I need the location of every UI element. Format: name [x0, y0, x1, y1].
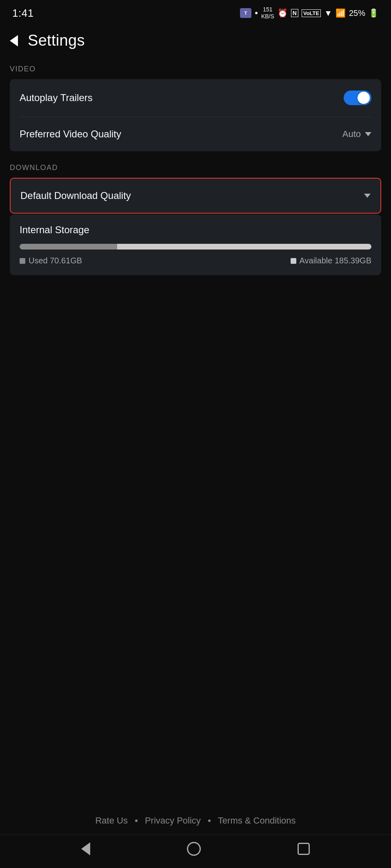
nfc-icon: N: [291, 9, 298, 17]
used-label: Used 70.61GB: [29, 256, 82, 265]
nav-back-icon: [81, 842, 90, 855]
battery-icon: 🔋: [369, 8, 379, 18]
preferred-video-quality-text: Auto: [342, 129, 361, 139]
toggle-knob: [358, 92, 370, 104]
footer-dot-2: [208, 819, 211, 822]
chevron-down-icon: [365, 132, 371, 136]
speed-indicator: 151KB/S: [261, 6, 274, 20]
toolbar: Settings: [0, 24, 391, 57]
nav-recents-button[interactable]: [298, 843, 310, 855]
used-legend: Used 70.61GB: [20, 256, 82, 265]
dot-indicator: •: [255, 8, 258, 18]
storage-label: Internal Storage: [20, 224, 371, 236]
download-quality-chevron-icon: [364, 194, 371, 198]
footer-dot-1: [135, 819, 138, 822]
alarm-icon: ⏰: [278, 8, 288, 18]
video-section-label: VIDEO: [10, 65, 381, 73]
storage-legend: Used 70.61GB Available 185.39GB: [20, 256, 371, 265]
storage-bar-available: [117, 244, 371, 250]
available-legend: Available 185.39GB: [291, 256, 371, 265]
terms-conditions-link[interactable]: Terms & Conditions: [218, 815, 296, 826]
preferred-video-quality-label: Preferred Video Quality: [20, 128, 121, 140]
status-icons: T • 151KB/S ⏰ N VoLTE ▼ 📶 25% 🔋: [240, 6, 379, 20]
back-button[interactable]: [10, 35, 18, 46]
available-legend-dot: [291, 258, 296, 264]
autoplay-trailers-toggle[interactable]: [344, 91, 371, 105]
status-bar: 1:41 T • 151KB/S ⏰ N VoLTE ▼ 📶 25% 🔋: [0, 0, 391, 24]
default-download-quality-row[interactable]: Default Download Quality: [11, 179, 380, 213]
volte-icon: VoLTE: [302, 9, 321, 17]
rate-us-link[interactable]: Rate Us: [95, 815, 127, 826]
nav-bar: [0, 834, 391, 868]
teams-icon: T: [240, 8, 251, 18]
battery-percent: 25%: [349, 9, 365, 18]
main-content: VIDEO Autoplay Trailers Preferred Video …: [0, 57, 391, 543]
signal-icon: 📶: [335, 8, 346, 18]
download-section-label: DOWNLOAD: [10, 163, 381, 172]
content-spacer: [0, 543, 391, 804]
autoplay-trailers-row: Autoplay Trailers: [10, 79, 381, 117]
nav-home-button[interactable]: [187, 842, 201, 856]
storage-bar-used: [20, 244, 117, 250]
default-download-quality-card[interactable]: Default Download Quality: [10, 178, 381, 214]
used-legend-dot: [20, 258, 25, 264]
privacy-policy-link[interactable]: Privacy Policy: [145, 815, 201, 826]
back-arrow-icon: [10, 35, 18, 46]
status-time: 1:41: [12, 7, 34, 20]
nav-back-button[interactable]: [81, 842, 90, 855]
autoplay-trailers-label: Autoplay Trailers: [20, 92, 93, 104]
page-title: Settings: [28, 32, 85, 49]
footer: Rate Us Privacy Policy Terms & Condition…: [0, 803, 391, 834]
preferred-video-quality-row[interactable]: Preferred Video Quality Auto: [10, 117, 381, 151]
internal-storage-card: Internal Storage Used 70.61GB Available …: [10, 214, 381, 275]
available-label: Available 185.39GB: [300, 256, 371, 265]
video-settings-card: Autoplay Trailers Preferred Video Qualit…: [10, 79, 381, 151]
default-download-quality-label: Default Download Quality: [20, 190, 131, 201]
nav-recents-icon: [298, 843, 310, 855]
storage-bar: [20, 244, 371, 250]
nav-home-icon: [187, 842, 201, 856]
wifi-icon: ▼: [324, 9, 332, 18]
preferred-video-quality-value: Auto: [342, 129, 371, 139]
